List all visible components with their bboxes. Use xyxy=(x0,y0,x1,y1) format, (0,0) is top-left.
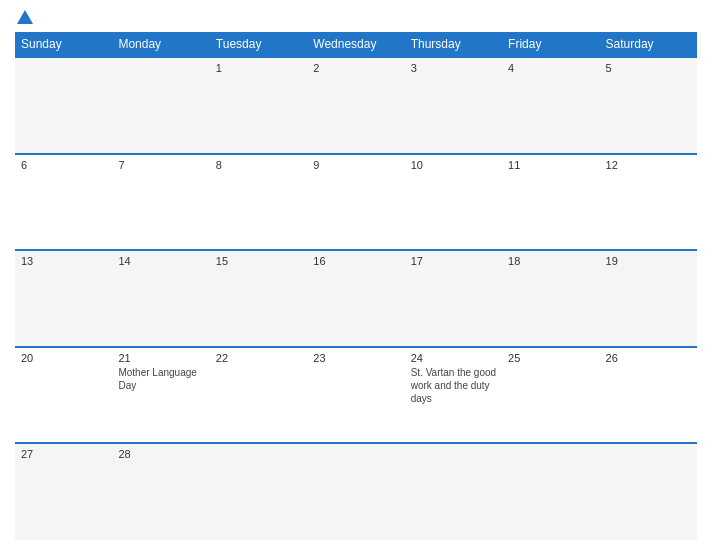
logo-inner xyxy=(15,10,33,24)
day-cell: 1 xyxy=(210,57,307,154)
week-row-3: 13141516171819 xyxy=(15,250,697,347)
day-cell: 16 xyxy=(307,250,404,347)
weekday-header-tuesday: Tuesday xyxy=(210,32,307,57)
day-cell xyxy=(210,443,307,540)
day-number: 20 xyxy=(21,352,106,364)
week-row-5: 2728 xyxy=(15,443,697,540)
day-cell: 20 xyxy=(15,347,112,444)
day-cell: 5 xyxy=(600,57,697,154)
day-cell: 23 xyxy=(307,347,404,444)
day-cell xyxy=(405,443,502,540)
logo-triangle-icon xyxy=(17,10,33,24)
day-number: 6 xyxy=(21,159,106,171)
day-number: 7 xyxy=(118,159,203,171)
day-cell xyxy=(600,443,697,540)
week-row-1: 12345 xyxy=(15,57,697,154)
day-cell: 7 xyxy=(112,154,209,251)
day-cell: 25 xyxy=(502,347,599,444)
day-number: 17 xyxy=(411,255,496,267)
week-row-4: 2021Mother Language Day222324St. Vartan … xyxy=(15,347,697,444)
day-cell: 11 xyxy=(502,154,599,251)
day-cell: 26 xyxy=(600,347,697,444)
day-cell: 15 xyxy=(210,250,307,347)
day-number: 14 xyxy=(118,255,203,267)
day-event: Mother Language Day xyxy=(118,367,196,391)
calendar-page: SundayMondayTuesdayWednesdayThursdayFrid… xyxy=(0,0,712,550)
day-number: 19 xyxy=(606,255,691,267)
day-number: 11 xyxy=(508,159,593,171)
day-cell: 4 xyxy=(502,57,599,154)
day-number: 28 xyxy=(118,448,203,460)
day-cell: 3 xyxy=(405,57,502,154)
day-cell xyxy=(112,57,209,154)
weekday-header-row: SundayMondayTuesdayWednesdayThursdayFrid… xyxy=(15,32,697,57)
day-cell xyxy=(502,443,599,540)
day-number: 24 xyxy=(411,352,496,364)
day-number: 25 xyxy=(508,352,593,364)
day-number: 26 xyxy=(606,352,691,364)
day-cell: 28 xyxy=(112,443,209,540)
day-number: 5 xyxy=(606,62,691,74)
day-number: 21 xyxy=(118,352,203,364)
day-cell: 6 xyxy=(15,154,112,251)
day-number: 8 xyxy=(216,159,301,171)
day-number: 3 xyxy=(411,62,496,74)
day-number: 13 xyxy=(21,255,106,267)
day-cell: 10 xyxy=(405,154,502,251)
day-number: 4 xyxy=(508,62,593,74)
weekday-header-monday: Monday xyxy=(112,32,209,57)
day-cell: 8 xyxy=(210,154,307,251)
calendar-header xyxy=(15,10,697,24)
weekday-header-thursday: Thursday xyxy=(405,32,502,57)
day-number: 10 xyxy=(411,159,496,171)
day-event: St. Vartan the good work and the duty da… xyxy=(411,367,496,404)
day-number: 16 xyxy=(313,255,398,267)
day-cell: 14 xyxy=(112,250,209,347)
week-row-2: 6789101112 xyxy=(15,154,697,251)
day-number: 12 xyxy=(606,159,691,171)
day-number: 27 xyxy=(21,448,106,460)
weekday-header-sunday: Sunday xyxy=(15,32,112,57)
day-cell xyxy=(15,57,112,154)
day-cell: 19 xyxy=(600,250,697,347)
day-cell: 12 xyxy=(600,154,697,251)
weekday-header-friday: Friday xyxy=(502,32,599,57)
day-cell: 21Mother Language Day xyxy=(112,347,209,444)
logo xyxy=(15,10,33,24)
day-cell xyxy=(307,443,404,540)
day-number: 23 xyxy=(313,352,398,364)
day-cell: 24St. Vartan the good work and the duty … xyxy=(405,347,502,444)
day-number: 18 xyxy=(508,255,593,267)
day-number: 22 xyxy=(216,352,301,364)
day-cell: 9 xyxy=(307,154,404,251)
day-number: 2 xyxy=(313,62,398,74)
calendar-table: SundayMondayTuesdayWednesdayThursdayFrid… xyxy=(15,32,697,540)
day-number: 9 xyxy=(313,159,398,171)
weekday-header-wednesday: Wednesday xyxy=(307,32,404,57)
weekday-header-saturday: Saturday xyxy=(600,32,697,57)
day-number: 15 xyxy=(216,255,301,267)
day-cell: 18 xyxy=(502,250,599,347)
day-cell: 22 xyxy=(210,347,307,444)
day-number: 1 xyxy=(216,62,301,74)
day-cell: 17 xyxy=(405,250,502,347)
logo-row xyxy=(15,10,33,24)
day-cell: 2 xyxy=(307,57,404,154)
day-cell: 13 xyxy=(15,250,112,347)
day-cell: 27 xyxy=(15,443,112,540)
